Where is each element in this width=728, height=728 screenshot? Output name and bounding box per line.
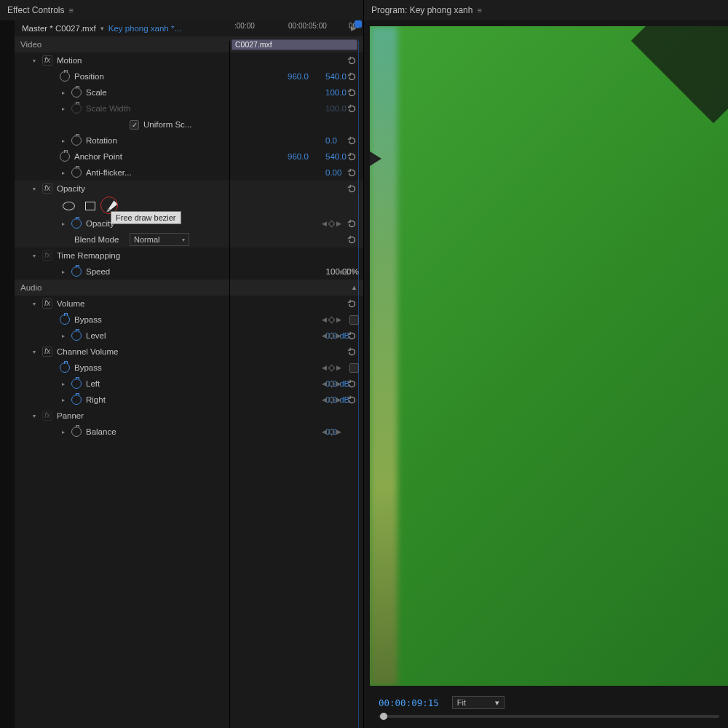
stopwatch-icon[interactable] xyxy=(71,331,82,341)
stopwatch-icon[interactable] xyxy=(71,379,82,389)
stopwatch-icon[interactable] xyxy=(60,71,70,82)
opacity-param[interactable]: ▸ Opacity ◀▶ xyxy=(15,215,363,232)
keyframe-nav[interactable]: ◀▶ xyxy=(322,364,341,371)
stopwatch-icon[interactable] xyxy=(60,363,70,373)
twisty-icon[interactable]: ▸ xyxy=(60,269,67,275)
reset-icon[interactable] xyxy=(346,71,357,82)
speed-param[interactable]: ▸ Speed 100.00% ◀▶ xyxy=(15,264,363,280)
volume-bypass[interactable]: Bypass ◀▶ xyxy=(15,312,363,328)
ellipse-mask-button[interactable] xyxy=(61,200,76,212)
antiflicker-param[interactable]: ▸ Anti-flicker... 0.00 xyxy=(15,165,363,181)
panel-menu-icon[interactable]: ≡ xyxy=(477,7,481,15)
stopwatch-icon[interactable] xyxy=(71,427,82,437)
scrub-handle[interactable] xyxy=(380,713,387,720)
position-param[interactable]: Position 960.0 540.0 xyxy=(15,68,363,84)
scale-param[interactable]: ▸ Scale 100.0 xyxy=(15,84,363,100)
reset-icon[interactable] xyxy=(346,394,357,405)
stopwatch-icon[interactable] xyxy=(71,87,82,98)
twisty-icon: ▸ xyxy=(60,106,67,112)
channel-right[interactable]: ▸ Right 0.0 dB ◀▶ xyxy=(15,392,363,408)
reset-icon[interactable] xyxy=(346,103,357,114)
stopwatch-icon[interactable] xyxy=(60,314,70,325)
channel-bypass[interactable]: Bypass ◀▶ xyxy=(15,360,363,376)
panner-effect[interactable]: ▾fx Panner xyxy=(15,408,363,424)
keyframe-nav[interactable]: ◀▶ xyxy=(322,220,341,227)
anchor-point-param[interactable]: Anchor Point 960.0 540.0 xyxy=(15,149,363,165)
keyframe-nav[interactable]: ◀▶ xyxy=(322,332,341,339)
ruler-time-0: :00:00 xyxy=(234,22,255,30)
twisty-icon[interactable]: ▸ xyxy=(60,138,67,144)
ruler-time-1: 00:00:05:00 xyxy=(288,22,327,30)
twisty-icon[interactable]: ▸ xyxy=(60,90,67,96)
program-monitor-tab[interactable]: Program: Key phong xanh ≡ xyxy=(364,0,728,20)
channel-volume-effect[interactable]: ▾fx Channel Volume xyxy=(15,344,363,360)
reset-icon[interactable] xyxy=(346,218,357,229)
motion-effect[interactable]: ▾ fx Motion xyxy=(15,52,363,68)
twisty-icon[interactable]: ▸ xyxy=(60,221,67,227)
keyframe-nav[interactable]: ◀▶ xyxy=(338,268,357,275)
bypass-checkbox[interactable] xyxy=(349,315,359,325)
reset-icon[interactable] xyxy=(346,330,357,341)
stopwatch-icon xyxy=(71,103,82,114)
fx-badge[interactable]: fx xyxy=(42,183,52,194)
time-remapping-effect[interactable]: ▾ fx Time Remapping xyxy=(15,248,363,264)
stopwatch-icon[interactable] xyxy=(71,135,82,146)
twisty-icon[interactable]: ▸ xyxy=(60,170,67,176)
reset-icon[interactable] xyxy=(346,378,357,389)
keyframe-nav[interactable]: ◀▶ xyxy=(322,428,341,435)
reset-icon[interactable] xyxy=(346,135,357,146)
keyframe-nav[interactable]: ◀▶ xyxy=(322,380,341,387)
effect-controls-tab[interactable]: Effect Controls ≡ xyxy=(0,0,363,20)
rotation-param[interactable]: ▸ Rotation 0.0 xyxy=(15,132,363,149)
playhead-icon[interactable] xyxy=(355,20,362,28)
reset-icon[interactable] xyxy=(346,298,357,309)
reset-icon[interactable] xyxy=(346,234,357,245)
fx-badge[interactable]: fx xyxy=(42,55,52,66)
stopwatch-icon[interactable] xyxy=(60,151,70,162)
timeline-clip[interactable]: C0027.mxf xyxy=(232,39,357,50)
volume-effect[interactable]: ▾fx Volume xyxy=(15,296,363,312)
scrub-bar[interactable] xyxy=(379,715,719,718)
collapse-icon[interactable]: ▲ xyxy=(351,284,357,291)
blend-mode-dropdown[interactable]: Normal▾ xyxy=(130,233,189,246)
twisty-icon[interactable]: ▾ xyxy=(31,186,38,192)
reset-icon[interactable] xyxy=(346,183,357,194)
scale-width-param: ▸ Scale Width 100.0 xyxy=(15,100,363,116)
chevron-down-icon[interactable]: ▾ xyxy=(100,25,104,32)
volume-level[interactable]: ▸ Level 0.0 dB ◀▶ xyxy=(15,328,363,344)
uniform-scale-checkbox[interactable] xyxy=(130,120,139,130)
left-gutter xyxy=(0,20,15,728)
twisty-icon[interactable]: ▾ xyxy=(31,58,38,64)
channel-left[interactable]: ▸ Left 0.0 dB ◀▶ xyxy=(15,376,363,392)
stopwatch-icon[interactable] xyxy=(71,218,82,229)
program-timecode[interactable]: 00:00:09:15 xyxy=(379,697,439,708)
keyframe-nav[interactable]: ◀▶ xyxy=(322,396,341,403)
fx-badge[interactable]: fx xyxy=(42,250,52,261)
rectangle-mask-button[interactable] xyxy=(83,200,98,212)
reset-icon[interactable] xyxy=(346,55,357,66)
program-monitor[interactable] xyxy=(370,26,728,686)
pen-mask-button[interactable] xyxy=(105,200,119,212)
reset-icon[interactable] xyxy=(346,167,357,178)
audio-section-header[interactable]: Audio ▲ xyxy=(15,280,363,296)
blend-mode-param[interactable]: Blend Mode Normal▾ xyxy=(15,232,363,248)
stopwatch-icon[interactable] xyxy=(71,167,82,178)
panel-menu-icon[interactable]: ≡ xyxy=(68,7,73,15)
video-frame xyxy=(370,26,728,686)
opacity-effect[interactable]: ▾ fx Opacity xyxy=(15,181,363,197)
reset-icon[interactable] xyxy=(346,87,357,98)
zoom-fit-dropdown[interactable]: Fit▾ xyxy=(452,696,505,709)
cursor-indicator-icon xyxy=(370,151,381,166)
bypass-checkbox[interactable] xyxy=(349,363,359,373)
reset-icon[interactable] xyxy=(346,151,357,162)
stopwatch-icon[interactable] xyxy=(71,266,82,277)
keyframe-nav[interactable]: ◀▶ xyxy=(322,316,341,323)
stopwatch-icon[interactable] xyxy=(71,395,82,405)
reset-icon[interactable] xyxy=(346,346,357,357)
master-clip-label: Master * C0027.mxf xyxy=(22,24,96,33)
uniform-scale-row[interactable]: Uniform Sc... xyxy=(15,116,363,132)
twisty-icon[interactable]: ▾ xyxy=(31,253,38,259)
sequence-link[interactable]: Key phong xanh *... xyxy=(108,24,181,33)
panner-balance[interactable]: ▸ Balance 0.0 ◀▶ xyxy=(15,424,363,440)
program-title: Program: Key phong xanh xyxy=(371,5,472,15)
